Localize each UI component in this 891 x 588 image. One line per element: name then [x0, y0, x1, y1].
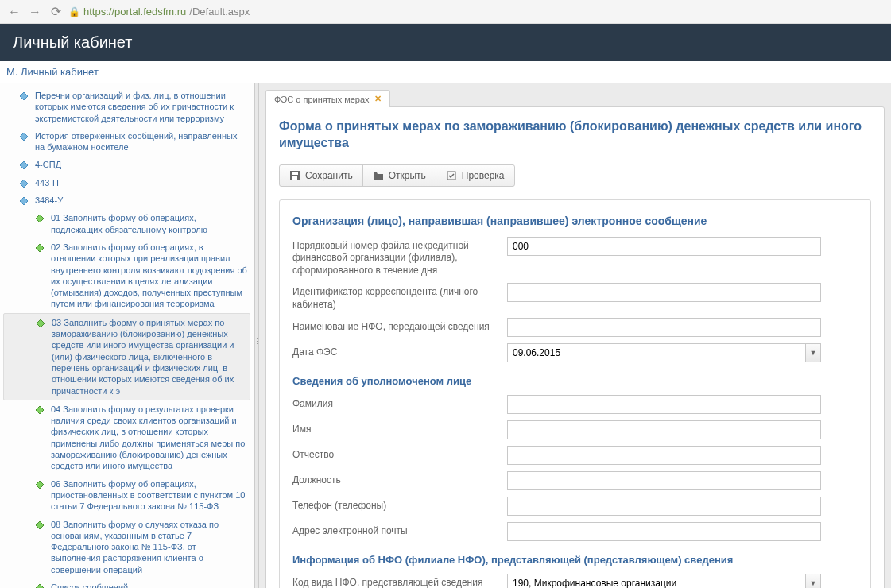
url-path: /Default.aspx [189, 6, 250, 17]
save-button[interactable]: Сохранить [279, 164, 363, 187]
text-input[interactable] [507, 420, 821, 439]
text-input[interactable] [507, 522, 821, 541]
form-row: Порядковый номер файла некредитной финан… [292, 237, 858, 277]
sidebar-item-label: История отверженных сообщений, направлен… [35, 130, 247, 153]
sidebar-subitem[interactable]: 04 Заполнить форму о результатах проверк… [0, 400, 254, 475]
form-section: Организация (лицо), направившая (направи… [279, 199, 871, 588]
text-input[interactable] [507, 283, 821, 302]
forward-button[interactable]: → [27, 4, 43, 20]
text-input[interactable] [507, 446, 821, 465]
field-input-wrap [507, 522, 821, 541]
section-1-title: Организация (лицо), направившая (направи… [292, 215, 858, 227]
svg-rect-16 [292, 176, 297, 180]
form-row: Отчество [292, 446, 858, 465]
sidebar-subitem[interactable]: 08 Заполнить форму о случаях отказа по о… [0, 516, 254, 578]
diamond-icon [19, 132, 29, 141]
sidebar-item[interactable]: 3484-У [0, 191, 254, 209]
sidebar-item[interactable]: История отверженных сообщений, направлен… [0, 127, 254, 157]
tab-fes[interactable]: ФЭС о принятых мерах ✕ [265, 90, 390, 107]
svg-marker-6 [36, 244, 44, 252]
field-label: Фамилия [292, 395, 507, 411]
lock-icon: 🔒 [68, 6, 80, 17]
form-panel: Форма о принятых мерах по замораживанию … [265, 106, 885, 588]
tab-label: ФЭС о принятых мерах [274, 95, 370, 104]
field-label: Имя [292, 420, 507, 436]
reload-button[interactable]: ⟳ [48, 4, 64, 20]
diamond-icon [35, 480, 45, 489]
sidebar-item-label: 4-СПД [35, 159, 61, 170]
diamond-icon [19, 161, 29, 170]
field-input-wrap [507, 237, 821, 256]
form-row: Идентификатор корреспондента (личного ка… [292, 283, 858, 311]
sidebar-subitem[interactable]: 02 Заполнить форму об операциях, в отнош… [0, 238, 254, 313]
svg-marker-3 [20, 180, 28, 188]
field-input-wrap [507, 471, 821, 490]
form-row: Наименование НФО, передающей сведения [292, 318, 858, 337]
sidebar-item-label: 06 Заполнить форму об операциях, приоста… [51, 478, 247, 513]
section-3-title: Информация об НФО (филиале НФО), предста… [292, 554, 858, 566]
form-row: Адрес электронной почты [292, 522, 858, 541]
field-label: Наименование НФО, передающей сведения [292, 318, 507, 334]
url-host: https://portal.fedsfm.ru [83, 6, 186, 17]
folder-icon [373, 170, 384, 181]
date-input-wrap: ▼ [507, 343, 821, 362]
text-input[interactable] [507, 395, 821, 414]
field-input-wrap: 190, Микрофинансовые организации▼ [507, 574, 821, 588]
save-icon [289, 170, 300, 181]
text-input[interactable] [507, 471, 821, 490]
svg-marker-0 [20, 92, 28, 100]
diamond-icon [35, 405, 45, 415]
svg-marker-9 [36, 481, 44, 489]
svg-marker-10 [36, 521, 44, 529]
diamond-icon [35, 243, 45, 253]
section-2-title: Сведения об уполномоченом лице [292, 375, 858, 387]
tab-close-icon[interactable]: ✕ [374, 94, 382, 104]
svg-marker-4 [20, 197, 28, 205]
date-input[interactable] [507, 343, 821, 362]
browser-toolbar: ← → ⟳ 🔒 https://portal.fedsfm.ru/Default… [0, 0, 891, 24]
header-title: Личный кабинет [13, 33, 132, 51]
form-row: Код вида НФО, представляющей сведения190… [292, 574, 858, 588]
field-input-wrap [507, 318, 821, 337]
field-label: Идентификатор корреспондента (личного ка… [292, 283, 507, 311]
page-header: Личный кабинет [0, 24, 891, 61]
sidebar-subitem[interactable]: 01 Заполнить форму об операциях, подлежа… [0, 209, 254, 238]
tab-bar: ФЭС о принятых мерах ✕ [265, 90, 885, 107]
sidebar-item-label: 02 Заполнить форму об операциях, в отнош… [51, 242, 247, 310]
text-input[interactable] [507, 318, 821, 337]
form-row: Имя [292, 420, 858, 439]
form-row-date: Дата ФЭС ▼ [292, 343, 858, 362]
sidebar-item[interactable]: 443-П [0, 174, 254, 191]
check-icon [446, 170, 457, 181]
field-input-wrap [507, 497, 821, 516]
field-label: Отчество [292, 446, 507, 462]
field-input-wrap [507, 446, 821, 465]
url-bar[interactable]: 🔒 https://portal.fedsfm.ru/Default.aspx [68, 6, 250, 17]
sidebar-subitem[interactable]: Список сообщений [0, 578, 254, 588]
sidebar-item-label: 03 Заполнить форму о принятых мерах по з… [52, 317, 243, 397]
sidebar-item-label: Перечни организаций и физ. лиц, в отноше… [35, 90, 247, 124]
svg-marker-1 [20, 133, 28, 141]
main-content: ФЭС о принятых мерах ✕ Форма о принятых … [259, 83, 891, 588]
back-button[interactable]: ← [6, 4, 22, 20]
sidebar-subitem[interactable]: 06 Заполнить форму об операциях, приоста… [0, 475, 254, 516]
svg-marker-5 [36, 215, 44, 222]
sidebar-item-label: Список сообщений [51, 582, 128, 588]
open-button[interactable]: Открыть [362, 164, 436, 187]
field-label: Код вида НФО, представляющей сведения [292, 574, 507, 588]
sidebar-item-label: 443-П [35, 177, 59, 188]
sidebar-item-label: 04 Заполнить форму о результатах проверк… [51, 404, 247, 472]
sidebar-item[interactable]: Перечни организаций и физ. лиц, в отноше… [0, 87, 254, 127]
check-button[interactable]: Проверка [436, 164, 515, 187]
diamond-icon [35, 520, 45, 530]
date-label: Дата ФЭС [292, 343, 507, 359]
sidebar-item[interactable]: 4-СПД [0, 156, 254, 173]
form-title: Форма о принятых мерах по замораживанию … [279, 118, 871, 152]
select-input[interactable]: 190, Микрофинансовые организации [507, 574, 821, 588]
sidebar-item-label: 08 Заполнить форму о случаях отказа по о… [51, 519, 247, 575]
subheader-title: М. Личный кабинет [6, 66, 99, 78]
text-input[interactable] [507, 497, 821, 516]
sidebar-subitem[interactable]: 03 Заполнить форму о принятых мерах по з… [3, 313, 250, 400]
text-input[interactable] [507, 237, 821, 256]
svg-marker-8 [36, 406, 44, 414]
